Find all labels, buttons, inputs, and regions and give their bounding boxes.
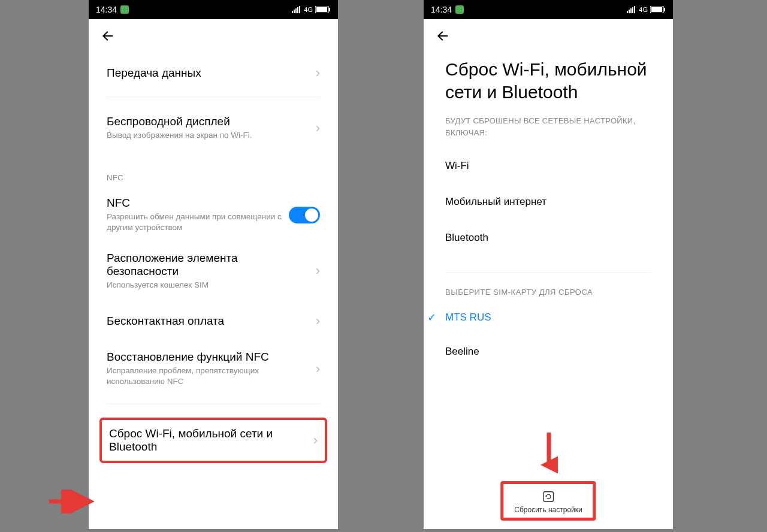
data-transfer-item[interactable]: Передача данных › <box>107 52 320 94</box>
svg-rect-11 <box>632 7 633 13</box>
network-type: 4G <box>639 6 648 13</box>
svg-rect-10 <box>630 8 632 13</box>
app-indicator-icon <box>455 5 464 14</box>
nfc-restore-title: Восстановление функций NFC <box>107 350 309 364</box>
reset-network-title: Сброс Wi-Fi, мобильной сети и Bluetooth <box>109 427 306 454</box>
reset-caption: БУДУТ СБРОШЕНЫ ВСЕ СЕТЕВЫЕ НАСТРОЙКИ, ВК… <box>445 115 651 148</box>
annotation-arrow-horizontal <box>47 489 95 513</box>
nfc-subtitle: Разрешить обмен данными при совмещении с… <box>107 211 282 233</box>
sim-mts-label: MTS RUS <box>445 312 491 324</box>
bullet-wifi: Wi-Fi <box>445 148 651 184</box>
svg-rect-8 <box>627 11 628 13</box>
back-button[interactable] <box>99 28 116 44</box>
status-time: 14:34 <box>96 5 117 14</box>
svg-rect-0 <box>292 11 293 13</box>
status-time: 14:34 <box>431 5 452 14</box>
contactless-payment-item[interactable]: Бесконтактная оплата › <box>107 300 320 342</box>
wireless-display-item[interactable]: Беспроводной дисплей Вывод изображения н… <box>107 99 320 156</box>
bullet-mobile: Мобильный интернет <box>445 184 651 220</box>
page-title: Сброс Wi-Fi, мобильной сети и Bluetooth <box>445 52 651 115</box>
svg-rect-12 <box>634 6 635 13</box>
nfc-title: NFC <box>107 197 282 210</box>
nfc-restore-subtitle: Исправление проблем, препятствующих испо… <box>107 365 309 387</box>
sim-option-beeline[interactable]: Beeline <box>445 335 651 368</box>
battery-icon <box>650 6 666 13</box>
nfc-section-label: NFC <box>107 156 320 188</box>
wireless-display-title: Беспроводной дисплей <box>107 115 309 128</box>
network-type: 4G <box>304 6 313 13</box>
header <box>89 19 338 52</box>
bullet-bluetooth: Bluetooth <box>445 220 651 256</box>
check-icon: ✓ <box>427 311 445 324</box>
chevron-right-icon: › <box>316 361 320 377</box>
chevron-right-icon: › <box>313 433 318 448</box>
chevron-right-icon: › <box>316 313 320 329</box>
svg-rect-6 <box>316 7 327 12</box>
chevron-right-icon: › <box>316 263 320 279</box>
sim-option-mts[interactable]: ✓ MTS RUS <box>445 300 651 335</box>
svg-rect-1 <box>294 10 295 13</box>
sim-section-label: ВЫБЕРИТЕ SIM-КАРТУ ДЛЯ СБРОСА <box>445 273 651 300</box>
signal-icon <box>292 6 301 13</box>
chevron-right-icon: › <box>316 120 320 136</box>
sim-beeline-label: Beeline <box>445 346 479 358</box>
nfc-toggle[interactable] <box>289 207 320 223</box>
wireless-display-subtitle: Вывод изображения на экран по Wi-Fi. <box>107 130 309 141</box>
contactless-title: Бесконтактная оплата <box>107 315 309 328</box>
reset-icon <box>542 490 555 503</box>
battery-icon <box>315 6 331 13</box>
signal-icon <box>627 6 636 13</box>
svg-rect-4 <box>299 6 300 13</box>
nfc-toggle-item[interactable]: NFC Разрешить обмен данными при совмещен… <box>107 188 320 241</box>
secure-element-title: Расположение элемента безопасности <box>107 252 309 278</box>
chevron-right-icon: › <box>316 65 320 81</box>
back-button[interactable] <box>434 28 451 44</box>
svg-rect-9 <box>629 10 630 13</box>
svg-rect-15 <box>664 8 665 11</box>
svg-rect-7 <box>329 8 330 11</box>
secure-element-subtitle: Используется кошелек SIM <box>107 280 309 291</box>
nfc-restore-item[interactable]: Восстановление функций NFC Исправление п… <box>107 342 320 395</box>
data-transfer-title: Передача данных <box>107 66 309 80</box>
svg-rect-16 <box>543 491 554 501</box>
status-bar: 14:34 4G <box>89 0 338 19</box>
reset-button-label: Сбросить настройки <box>514 506 582 514</box>
app-indicator-icon <box>120 5 129 14</box>
svg-rect-14 <box>651 7 662 12</box>
header <box>424 19 673 52</box>
svg-rect-2 <box>295 8 297 13</box>
annotation-arrow-vertical <box>540 430 558 473</box>
reset-network-item[interactable]: Сброс Wi-Fi, мобильной сети и Bluetooth … <box>99 418 327 463</box>
svg-rect-3 <box>297 7 298 13</box>
secure-element-item[interactable]: Расположение элемента безопасности Испол… <box>107 242 320 300</box>
reset-settings-button[interactable]: Сбросить настройки <box>500 481 596 521</box>
status-bar: 14:34 4G <box>424 0 673 19</box>
phone-screenshot-1: 14:34 4G Передача данных › Беспроводной … <box>89 0 338 529</box>
